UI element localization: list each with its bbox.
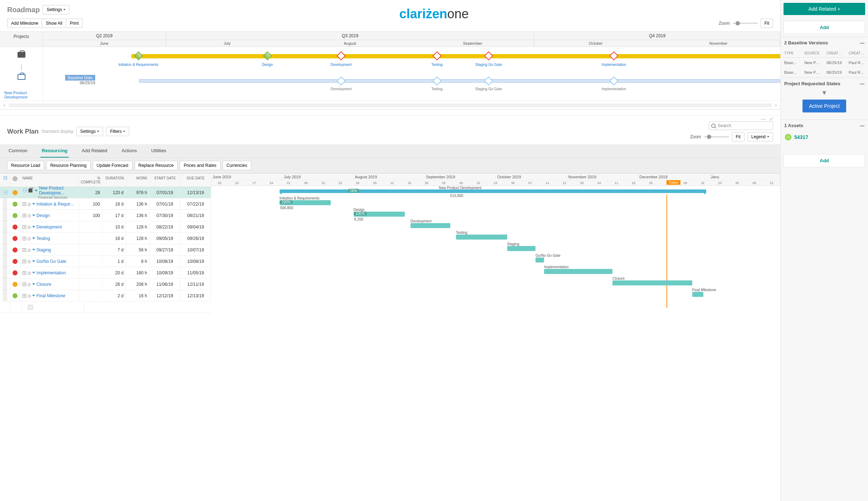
- expand-icon[interactable]: ⤢: [769, 116, 773, 122]
- gantt-bar[interactable]: [692, 292, 704, 297]
- milestone-diamond[interactable]: [134, 51, 143, 60]
- milestone-diamond[interactable]: [432, 51, 441, 60]
- baseline-row[interactable]: Base...New Product ...06/25/19Paul Reed: [781, 68, 867, 77]
- chevron-down-icon[interactable]: [32, 272, 35, 274]
- expand-row-icon[interactable]: +: [23, 214, 26, 217]
- chevron-down-icon[interactable]: [32, 215, 35, 216]
- roadmap-settings-button[interactable]: Settings: [43, 5, 69, 14]
- tab-common[interactable]: Common: [7, 144, 29, 158]
- tab-resourcing[interactable]: Resourcing: [40, 144, 69, 158]
- gantt-bar[interactable]: [535, 257, 544, 262]
- task-name[interactable]: Go/No Go Gate: [37, 259, 66, 264]
- task-name[interactable]: Design: [37, 213, 50, 218]
- milestone-diamond[interactable]: [263, 51, 272, 60]
- expand-row-icon[interactable]: +: [23, 260, 26, 263]
- workplan-filters-button[interactable]: Filters: [106, 127, 129, 136]
- task-row[interactable]: +◇Go/No Go Gate1 d8 h10/08/1910/08/19: [0, 256, 211, 267]
- expand-row-icon[interactable]: +: [23, 271, 26, 275]
- baseline-milestone-diamond[interactable]: [484, 76, 493, 85]
- task-row[interactable]: +◇Final Milestone2 d16 h12/12/1912/13/19: [0, 290, 211, 302]
- add-button-2[interactable]: Add: [784, 154, 865, 167]
- chevron-down-icon[interactable]: [32, 249, 35, 251]
- drag-handle-icon[interactable]: [3, 289, 7, 301]
- sub-currencies-button[interactable]: Currencies: [223, 161, 251, 170]
- milestone-diamond[interactable]: [609, 51, 618, 60]
- gantt-bar[interactable]: [544, 269, 612, 274]
- chevron-down-icon[interactable]: [32, 295, 35, 297]
- collapse-row-icon[interactable]: ⊟: [23, 189, 26, 192]
- baseline-milestone-diamond[interactable]: [336, 76, 345, 85]
- add-milestone-button[interactable]: Add Milestone: [7, 19, 42, 28]
- scroll-track[interactable]: [9, 103, 772, 107]
- tab-add-related[interactable]: Add Related: [80, 144, 109, 158]
- task-name[interactable]: Development: [37, 225, 62, 230]
- show-all-button[interactable]: Show All: [42, 19, 66, 28]
- minimize-icon[interactable]: —: [761, 116, 766, 122]
- tab-utilities[interactable]: Utilities: [150, 144, 168, 158]
- chevron-down-icon[interactable]: [32, 283, 35, 285]
- task-name[interactable]: Closure: [37, 282, 51, 287]
- collapse-icon[interactable]: ⊟: [3, 191, 7, 194]
- chevron-down-icon[interactable]: [35, 190, 38, 192]
- workplan-fit-button[interactable]: Fit: [732, 132, 745, 141]
- gantt-bar[interactable]: [507, 246, 536, 251]
- sub-resource-planning-button[interactable]: Resource Planning: [46, 161, 90, 170]
- task-row[interactable]: +◇Staging7 d56 h09/27/1910/07/19: [0, 244, 211, 256]
- project-link[interactable]: New Product Development: [4, 91, 43, 99]
- expand-row-icon[interactable]: +: [23, 294, 26, 298]
- task-name[interactable]: Testing: [37, 236, 50, 241]
- collapse-icon[interactable]: —: [860, 81, 864, 86]
- task-name[interactable]: Final Milestone: [37, 293, 66, 298]
- task-row[interactable]: +◇Testing16 d128 h09/05/1909/26/19: [0, 233, 211, 244]
- task-name[interactable]: New Product Developme...: [39, 186, 77, 196]
- task-row[interactable]: +◇Initiation & Requir...10016 d136 h07/0…: [0, 198, 211, 210]
- active-project-button[interactable]: Active Project: [802, 100, 846, 112]
- task-name[interactable]: Initiation & Requir...: [37, 202, 74, 207]
- task-name[interactable]: Staging: [37, 247, 51, 252]
- scroll-right-icon[interactable]: ›: [772, 102, 780, 108]
- milestone-diamond[interactable]: [484, 51, 493, 60]
- task-row[interactable]: ⊟⊟New Product Developme...Financial Serv…: [0, 187, 211, 198]
- zoom-slider[interactable]: [733, 23, 758, 24]
- gantt-bar[interactable]: [456, 235, 507, 240]
- sub-update-forecast-button[interactable]: Update Forecast: [93, 161, 132, 170]
- expand-row-icon[interactable]: +: [23, 202, 26, 206]
- workplan-zoom-slider[interactable]: [704, 136, 729, 138]
- add-button-1[interactable]: Add: [784, 21, 865, 34]
- chevron-down-icon[interactable]: [32, 260, 35, 262]
- gantt-bar[interactable]: [612, 280, 692, 285]
- add-related-button[interactable]: Add Related +: [784, 3, 865, 15]
- expand-row-icon[interactable]: +: [23, 283, 26, 286]
- gantt-bar[interactable]: [411, 223, 450, 228]
- task-row[interactable]: +◇Design10017 d136 h07/30/1908/21/19: [0, 210, 211, 221]
- collapse-icon[interactable]: —: [860, 123, 864, 128]
- expand-row-icon[interactable]: +: [23, 225, 26, 229]
- scroll-left-icon[interactable]: ‹: [0, 102, 9, 108]
- chevron-down-icon[interactable]: [32, 237, 35, 239]
- workplan-legend-button[interactable]: Legend: [747, 132, 773, 141]
- task-name[interactable]: Implementation: [37, 270, 66, 275]
- collapse-all-icon[interactable]: ⊟: [3, 176, 7, 180]
- sub-replace-resource-button[interactable]: Replace Resource: [135, 161, 178, 170]
- expand-row-icon[interactable]: +: [23, 237, 26, 240]
- milestone-diamond[interactable]: [336, 51, 345, 60]
- sub-prices-and-rates-button[interactable]: Prices and Rates: [180, 161, 220, 170]
- chevron-down-icon[interactable]: [32, 226, 35, 228]
- search-input[interactable]: Search: [709, 121, 773, 130]
- task-row[interactable]: +◇Implementation20 d160 h10/09/1911/05/1…: [0, 267, 211, 279]
- tab-actions[interactable]: Actions: [120, 144, 139, 158]
- chevron-down-icon[interactable]: [32, 203, 35, 205]
- sub-resource-load-button[interactable]: Resource Load: [7, 161, 44, 170]
- task-row[interactable]: +◇Development10 d128 h08/22/1909/04/19: [0, 221, 211, 233]
- baseline-row[interactable]: Base...New Product ...06/25/19Paul Reed: [781, 58, 867, 67]
- baseline-milestone-diamond[interactable]: [432, 76, 441, 85]
- asset-link[interactable]: 54317: [781, 131, 868, 143]
- expand-row-icon[interactable]: +: [23, 248, 26, 252]
- workplan-settings-button[interactable]: Settings: [76, 127, 103, 136]
- collapse-icon[interactable]: —: [860, 40, 864, 45]
- task-row[interactable]: +◇Closure26 d208 h11/06/1912/11/19: [0, 279, 211, 290]
- gantt-summary-bar[interactable]: [280, 189, 707, 193]
- print-button[interactable]: Print: [66, 19, 83, 28]
- fit-button[interactable]: Fit: [761, 19, 773, 28]
- baseline-milestone-diamond[interactable]: [609, 76, 618, 85]
